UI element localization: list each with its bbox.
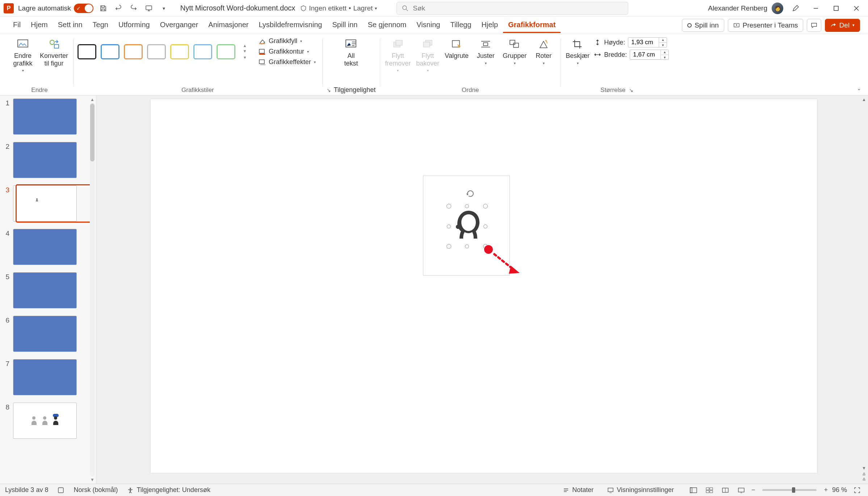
tab-tillegg[interactable]: Tillegg [445,18,476,33]
tab-fil[interactable]: Fil [8,18,26,33]
undo-button[interactable] [113,3,124,14]
grafikkfyll-button[interactable]: Grafikkfyll ▾ [256,36,318,46]
scroll-up-icon[interactable]: ▲ [862,97,866,102]
resize-handle-s[interactable] [465,244,469,248]
resize-handle-ne[interactable] [483,204,488,209]
thumbnail-2[interactable]: 2 [4,142,94,178]
fit-to-window-icon[interactable] [851,486,863,495]
search-input[interactable]: Søk [397,2,628,15]
valgrute-button[interactable]: Valgrute [444,36,469,61]
save-icon[interactable] [98,3,109,14]
style-swatch-6[interactable] [193,44,212,59]
beskjaer-button[interactable]: Beskjær ▾ [565,36,590,67]
resize-handle-sw[interactable] [446,244,451,249]
next-slide-icon[interactable]: ≙ [862,477,866,482]
present-teams-button[interactable]: Presenter i Teams [728,19,804,32]
tab-grafikkformat[interactable]: Grafikkformat [503,18,561,33]
grupper-button[interactable]: Grupper ▾ [502,36,527,67]
close-button[interactable] [848,2,864,15]
thumbnail-4[interactable]: 4 [4,229,94,265]
sorter-view-icon[interactable] [704,486,715,495]
pen-mode-icon[interactable] [788,2,804,15]
tab-fremvisning[interactable]: Lysbildefremvisning [253,18,327,33]
style-swatch-4[interactable] [147,44,166,59]
roter-button[interactable]: Roter ▾ [531,36,556,67]
present-from-start-icon[interactable] [143,3,154,14]
zoom-out-icon[interactable]: − [751,486,755,494]
width-input[interactable]: ▲▼ [630,50,669,60]
scroll-down-icon[interactable]: ▼ [90,477,95,482]
tab-overganger[interactable]: Overganger [155,18,204,33]
style-gallery-scroll[interactable]: ▲▼▾ [241,43,248,60]
accessibility-note-icon[interactable] [58,487,64,493]
tab-settinn[interactable]: Sett inn [53,18,88,33]
spin-up-icon[interactable]: ▲ [661,50,668,55]
tab-spillinn[interactable]: Spill inn [327,18,362,33]
spin-up-icon[interactable]: ▲ [659,37,667,42]
style-swatch-5[interactable] [170,44,189,59]
spin-down-icon[interactable]: ▼ [661,55,668,60]
tab-visning[interactable]: Visning [411,18,445,33]
account-name[interactable]: Alexander Renberg [708,4,767,12]
qat-customize-icon[interactable]: ▾ [159,3,169,14]
grafikkontur-button[interactable]: Grafikkontur ▾ [256,47,318,56]
maximize-button[interactable] [828,2,844,15]
thumbnail-1[interactable]: 1 [4,98,94,135]
zoom-slider[interactable] [762,489,817,491]
style-swatch-1[interactable] [77,44,96,59]
resize-handle-nw[interactable] [446,204,451,209]
notes-toggle[interactable]: Notater [563,486,594,494]
tab-segjennom[interactable]: Se gjennom [362,18,411,33]
canvas-scrollbar[interactable]: ▲ ▼ ≙ ≙ [860,96,868,484]
avatar[interactable]: 🧑 [772,3,783,14]
slideshow-view-icon[interactable] [735,486,747,495]
style-swatch-3[interactable] [124,44,143,59]
konverter-til-figur-button[interactable]: Konverter til figur [39,36,69,68]
display-settings[interactable]: Visningsinnstillinger [607,486,674,494]
minimize-button[interactable] [808,2,824,15]
juster-button[interactable]: Juster ▾ [473,36,498,67]
slide-counter[interactable]: Lysbilde 3 av 8 [5,486,48,494]
normal-view-icon[interactable] [688,486,699,495]
style-gallery[interactable] [77,44,235,59]
scroll-down-icon[interactable]: ▼ [862,466,866,471]
thumbnail-3[interactable]: 3 [4,185,94,222]
grafikkeffekter-button[interactable]: Grafikkeffekter ▾ [256,57,318,67]
zoom-in-icon[interactable]: + [824,486,828,494]
style-swatch-7[interactable] [217,44,235,59]
endre-grafikk-button[interactable]: Endre grafikk ▾ [10,36,35,74]
tab-hjem[interactable]: Hjem [26,18,53,33]
style-swatch-2[interactable] [101,44,119,59]
resize-handle-e[interactable] [483,224,487,228]
accessibility-launcher[interactable]: ↘ Tilgjengelighet [327,86,376,94]
slide-canvas[interactable] [151,99,817,473]
thumbnail-5[interactable]: 5 [4,272,94,308]
resize-handle-n[interactable] [465,204,469,208]
thumbnail-7[interactable]: 7 [4,359,94,395]
redo-button[interactable] [128,3,139,14]
size-dialog-launcher[interactable]: ↘ [629,87,633,93]
thumbnail-8[interactable]: 8 [4,403,94,439]
comments-button[interactable] [807,19,821,32]
thumbnail-6[interactable]: 6 [4,316,94,352]
tab-tegn[interactable]: Tegn [88,18,113,33]
tab-hjelp[interactable]: Hjelp [477,18,503,33]
alt-text-button[interactable]: All tekst [338,36,364,68]
reading-view-icon[interactable] [720,486,731,495]
sensitivity-label[interactable]: Ingen etikett • Lagret ▾ [300,4,377,12]
scroll-up-icon[interactable]: ▲ [90,97,95,102]
spin-down-icon[interactable]: ▼ [659,42,667,47]
language-status[interactable]: Norsk (bokmål) [74,486,118,494]
height-input[interactable]: ▲▼ [628,37,667,47]
rotate-handle-icon[interactable] [465,188,476,199]
collapse-ribbon-icon[interactable]: ⌄ [857,85,861,92]
accessibility-status[interactable]: Tilgjengelighet: Undersøk [127,486,210,494]
zoom-level[interactable]: 96 % [832,486,847,494]
resize-handle-w[interactable] [447,224,451,228]
tab-utforming[interactable]: Utforming [113,18,155,33]
record-button[interactable]: Spill inn [682,19,724,32]
share-button[interactable]: Del ▾ [825,19,860,32]
tab-animasjoner[interactable]: Animasjoner [203,18,253,33]
thumbnail-scrollbar[interactable]: ▲ ▼ [89,96,96,484]
prev-slide-icon[interactable]: ≙ [862,472,866,477]
